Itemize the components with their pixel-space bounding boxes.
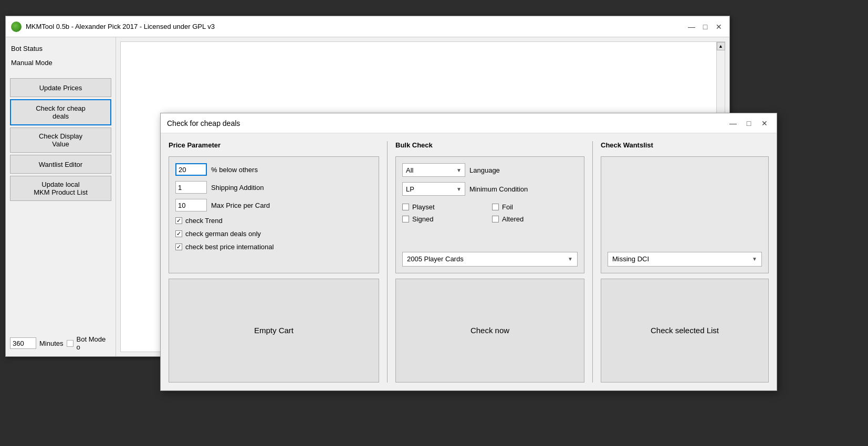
- dialog-window: Check for cheap deals — □ ✕ Price Parame…: [160, 113, 777, 391]
- set-chevron-icon: ▼: [568, 256, 573, 262]
- altered-row: Altered: [492, 215, 578, 223]
- dialog-content: Price Parameter % below others Shipping …: [161, 133, 777, 390]
- dialog-title: Check for cheap deals: [167, 119, 727, 128]
- divider-2: [592, 141, 593, 383]
- max-price-label: Max Price per Card: [211, 201, 270, 209]
- bulk-check-title: Bulk Check: [395, 141, 584, 149]
- check-display-value-button[interactable]: Check Display Value: [10, 128, 111, 153]
- dialog-controls: — □ ✕: [727, 118, 770, 129]
- check-best-price-checkbox[interactable]: [175, 243, 182, 250]
- condition-select[interactable]: LP ▼: [402, 182, 465, 196]
- shipping-row: Shipping Addition: [175, 181, 372, 194]
- main-title-bar: MKMTool 0.5b - Alexander Pick 2017 - Lic…: [6, 16, 729, 37]
- price-parameter-panel: Price Parameter % below others Shipping …: [169, 141, 379, 383]
- wantlist-value: Missing DCI: [612, 255, 649, 263]
- minimize-button[interactable]: —: [686, 22, 697, 32]
- maximize-button[interactable]: □: [700, 22, 710, 32]
- manual-mode-label: Manual Mode: [10, 57, 111, 69]
- language-select[interactable]: All ▼: [402, 163, 465, 177]
- playset-label: Playset: [412, 203, 435, 211]
- condition-value: LP: [406, 185, 414, 193]
- bulk-check-panel: Bulk Check All ▼ Language LP ▼ Minimum C…: [395, 141, 584, 383]
- language-chevron-icon: ▼: [456, 167, 462, 173]
- percent-row: % below others: [175, 163, 372, 176]
- check-german-checkbox[interactable]: [175, 230, 182, 237]
- price-param-box: % below others Shipping Addition Max Pri…: [169, 156, 379, 273]
- check-selected-list-button[interactable]: Check selected List: [601, 279, 769, 383]
- scroll-up-arrow[interactable]: ▲: [717, 42, 725, 50]
- language-value: All: [406, 166, 413, 174]
- check-now-button[interactable]: Check now: [395, 279, 584, 383]
- signed-row: Signed: [402, 215, 488, 223]
- altered-checkbox[interactable]: [492, 216, 499, 222]
- foil-label: Foil: [502, 203, 513, 211]
- wantlist-select[interactable]: Missing DCI ▼: [608, 252, 762, 267]
- max-price-row: Max Price per Card: [175, 199, 372, 211]
- set-select[interactable]: 2005 Player Cards ▼: [402, 252, 578, 267]
- wantlist-chevron-icon: ▼: [752, 256, 757, 262]
- signed-checkbox[interactable]: [402, 216, 409, 222]
- check-trend-row: check Trend: [175, 217, 372, 225]
- check-german-row: check german deals only: [175, 230, 372, 238]
- minutes-label: Minutes: [39, 339, 64, 347]
- percent-input[interactable]: [175, 163, 207, 176]
- wantlist-title: Check Wantslist: [601, 141, 769, 149]
- dialog-maximize-button[interactable]: □: [743, 118, 755, 129]
- language-label: Language: [469, 166, 500, 174]
- update-prices-button[interactable]: Update Prices: [10, 78, 111, 97]
- update-mkm-button[interactable]: Update local MKM Product List: [10, 176, 111, 201]
- title-bar-controls: — □ ✕: [686, 22, 724, 32]
- bot-status-label: Bot Status: [10, 43, 111, 55]
- foil-row: Foil: [492, 203, 578, 211]
- language-row: All ▼ Language: [402, 163, 578, 177]
- check-trend-label: check Trend: [185, 217, 223, 225]
- condition-row: LP ▼ Minimum Condition: [402, 182, 578, 196]
- check-german-label: check german deals only: [185, 230, 261, 238]
- max-price-input[interactable]: [175, 199, 207, 211]
- wantlist-panel: Check Wantslist Missing DCI ▼ Check sele…: [601, 141, 769, 383]
- check-trend-checkbox[interactable]: [175, 217, 182, 224]
- foil-checkbox[interactable]: [492, 204, 499, 210]
- checkbox-grid: Playset Foil Signed Altered: [402, 203, 578, 223]
- check-best-price-row: check best price international: [175, 243, 372, 251]
- dialog-minimize-button[interactable]: —: [727, 118, 739, 129]
- app-title: MKMTool 0.5b - Alexander Pick 2017 - Lic…: [26, 23, 682, 30]
- wantlist-box: Missing DCI ▼: [601, 156, 769, 273]
- set-value: 2005 Player Cards: [407, 255, 464, 263]
- condition-chevron-icon: ▼: [456, 186, 462, 192]
- divider-1: [387, 141, 388, 383]
- sidebar: Bot Status Manual Mode Update Prices Che…: [6, 37, 116, 356]
- condition-label: Minimum Condition: [469, 185, 528, 193]
- empty-cart-button[interactable]: Empty Cart: [169, 279, 379, 383]
- playset-checkbox[interactable]: [402, 204, 409, 210]
- dialog-close-button[interactable]: ✕: [759, 118, 770, 129]
- shipping-label: Shipping Addition: [211, 184, 264, 192]
- wantlist-editor-button[interactable]: Wantlist Editor: [10, 155, 111, 174]
- dialog-title-bar: Check for cheap deals — □ ✕: [161, 113, 777, 133]
- bulk-check-box: All ▼ Language LP ▼ Minimum Condition: [395, 156, 584, 273]
- check-best-price-label: check best price international: [185, 243, 274, 251]
- signed-label: Signed: [412, 215, 433, 223]
- altered-label: Altered: [502, 215, 524, 223]
- price-param-title: Price Parameter: [169, 141, 379, 149]
- check-cheap-deals-button[interactable]: Check for cheap deals: [10, 99, 111, 125]
- percent-label: % below others: [211, 166, 258, 174]
- playset-row: Playset: [402, 203, 488, 211]
- minutes-input[interactable]: [10, 337, 36, 349]
- app-icon: [11, 22, 22, 32]
- bot-mode-checkbox[interactable]: [67, 340, 74, 347]
- bot-mode-label: Bot Mode o: [77, 335, 111, 351]
- close-button[interactable]: ✕: [714, 22, 724, 32]
- shipping-input[interactable]: [175, 181, 207, 194]
